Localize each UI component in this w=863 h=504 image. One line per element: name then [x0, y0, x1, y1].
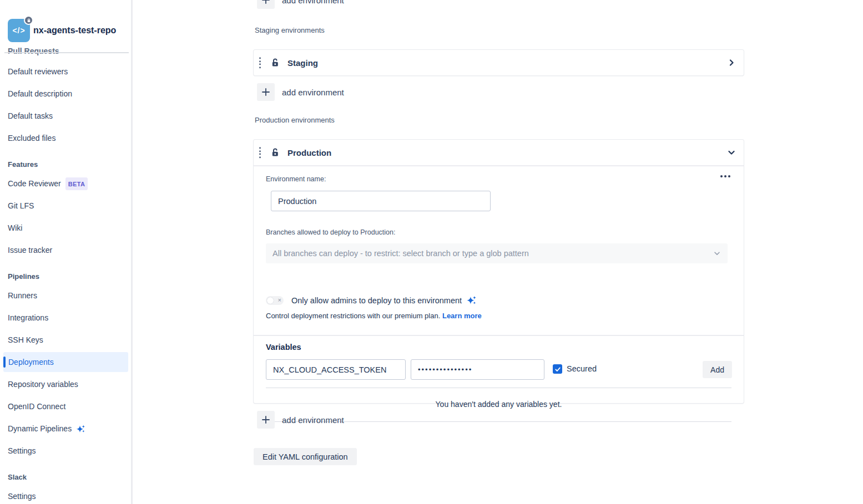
sidebar-item-deployments[interactable]: Deployments [3, 352, 128, 372]
production-card-header[interactable]: Production [254, 140, 744, 165]
staging-card-header[interactable]: Staging [254, 50, 744, 75]
sidebar-item-ssh-keys[interactable]: SSH Keys [8, 334, 43, 345]
secured-checkbox[interactable] [553, 364, 562, 374]
add-environment-label: add environment [282, 415, 344, 425]
sidebar-header-features: Features [8, 160, 38, 170]
sparkle-icon [75, 425, 85, 433]
drag-handle-icon[interactable] [259, 147, 261, 158]
repo-name: nx-agents-test-repo [33, 26, 116, 35]
plus-icon [257, 411, 275, 429]
edit-yaml-configuration-button[interactable]: Edit YAML configuration [254, 448, 357, 465]
sidebar-item-excluded-files[interactable]: Excluded files [8, 133, 55, 144]
learn-more-link[interactable]: Learn more [442, 312, 482, 320]
add-environment-button-top[interactable]: add environment [257, 0, 344, 9]
more-options-icon[interactable] [720, 175, 730, 177]
variables-row-divider [266, 388, 731, 388]
sidebar-header-pipelines: Pipelines [8, 272, 39, 282]
repo-header: </> nx-agents-test-repo [8, 19, 116, 42]
sidebar-item-slack-settings[interactable]: Settings [8, 491, 36, 502]
sidebar-item-code-reviewer[interactable]: Code Reviewer BETA [8, 178, 88, 189]
chevron-down-icon[interactable] [727, 148, 736, 157]
sidebar-item-default-tasks[interactable]: Default tasks [8, 110, 53, 121]
secured-label: Secured [567, 364, 597, 373]
add-variable-button[interactable]: Add [703, 361, 732, 378]
premium-sparkle-icon [465, 296, 477, 305]
branch-restriction-select[interactable]: All branches can deploy - to restrict: s… [266, 243, 728, 263]
sidebar: </> nx-agents-test-repo Pull Requests De… [0, 0, 133, 504]
premium-plan-note: Control deployment restrictions with our… [266, 312, 482, 320]
staging-section-label: Staging environments [255, 26, 325, 34]
staging-environment-card: Staging [254, 50, 744, 75]
sidebar-item-pull-requests[interactable]: Pull Requests [8, 47, 59, 55]
production-card-title: Production [287, 148, 331, 157]
toggle-off-x-icon: × [278, 297, 281, 303]
sidebar-divider [4, 52, 129, 53]
sidebar-item-git-lfs[interactable]: Git LFS [8, 200, 34, 211]
production-environment-card: Production Environment name: Branches al… [254, 140, 744, 403]
add-environment-label: add environment [282, 88, 344, 97]
repo-avatar[interactable]: </> [8, 19, 30, 42]
environment-name-input[interactable] [271, 191, 491, 211]
chevron-right-icon[interactable] [727, 58, 736, 67]
sidebar-item-wiki[interactable]: Wiki [8, 222, 22, 233]
sidebar-item-runners[interactable]: Runners [8, 290, 37, 301]
sidebar-header-slack: Slack [8, 472, 27, 482]
unlocked-padlock-icon [270, 148, 280, 157]
toggle-knob [267, 297, 274, 304]
code-icon: </> [12, 26, 25, 35]
sidebar-item-integrations[interactable]: Integrations [8, 312, 48, 323]
premium-plan-text: Control deployment restrictions with our… [266, 312, 440, 320]
variables-section-divider [254, 335, 744, 336]
production-card-body: Environment name: Branches allowed to de… [254, 165, 744, 403]
chevron-down-icon [713, 250, 721, 257]
sidebar-item-default-reviewers[interactable]: Default reviewers [8, 66, 68, 77]
deployments-settings-main: add environment Staging environments Sta… [254, 0, 752, 504]
branches-allowed-label: Branches allowed to deploy to Production… [266, 228, 395, 236]
environment-name-label: Environment name: [266, 175, 326, 183]
sidebar-item-label: Dynamic Pipelines [8, 423, 72, 434]
admins-only-toggle[interactable]: × [266, 296, 284, 305]
add-environment-button-production[interactable]: add environment [257, 411, 344, 429]
admins-only-toggle-label: Only allow admins to deploy to this envi… [291, 296, 462, 305]
admins-only-toggle-row: × Only allow admins to deploy to this en… [266, 296, 477, 305]
plus-icon [257, 0, 275, 9]
production-section-label: Production environments [255, 116, 335, 124]
check-icon [554, 366, 561, 373]
sidebar-item-dynamic-pipelines[interactable]: Dynamic Pipelines [8, 423, 85, 434]
beta-badge: BETA [65, 177, 88, 190]
sidebar-item-openid-connect[interactable]: OpenID Connect [8, 401, 65, 412]
drag-handle-icon[interactable] [259, 57, 261, 68]
sidebar-item-repository-variables[interactable]: Repository variables [8, 379, 78, 390]
variable-name-input[interactable] [266, 359, 406, 380]
variables-heading: Variables [266, 343, 301, 352]
page: </> nx-agents-test-repo Pull Requests De… [0, 0, 863, 504]
sidebar-item-default-description[interactable]: Default description [8, 88, 72, 99]
variables-empty-text: You haven't added any variables yet. [254, 400, 744, 409]
variable-value-input[interactable] [411, 359, 544, 380]
unlocked-padlock-icon [270, 58, 280, 68]
branch-restriction-placeholder: All branches can deploy - to restrict: s… [272, 249, 713, 258]
plus-icon [257, 83, 275, 101]
private-lock-badge-icon [24, 16, 33, 25]
sidebar-item-label: Code Reviewer [8, 178, 61, 189]
add-environment-button-staging[interactable]: add environment [257, 83, 344, 101]
sidebar-item-issue-tracker[interactable]: Issue tracker [8, 245, 52, 256]
sidebar-item-pipelines-settings[interactable]: Settings [8, 445, 36, 456]
staging-card-title: Staging [287, 58, 318, 68]
add-environment-label: add environment [282, 0, 344, 5]
